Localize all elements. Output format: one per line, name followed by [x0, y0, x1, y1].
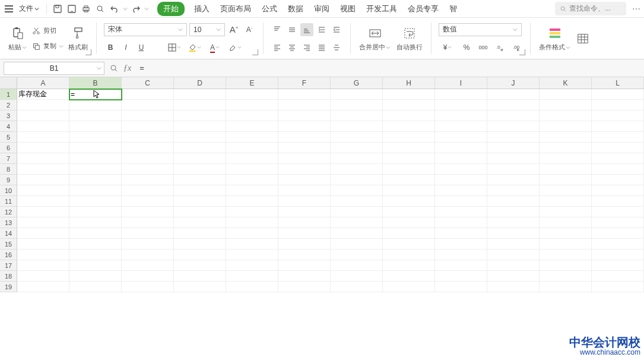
- cell-F8[interactable]: [278, 164, 331, 175]
- cell-C16[interactable]: [122, 250, 174, 260]
- cell-I10[interactable]: [435, 185, 487, 196]
- select-all-corner[interactable]: [0, 77, 17, 89]
- cell-J8[interactable]: [487, 164, 540, 175]
- name-box[interactable]: B1: [4, 62, 104, 75]
- cell-E15[interactable]: [226, 239, 278, 250]
- cut-button[interactable]: 剪切: [31, 25, 64, 37]
- cell-K14[interactable]: [540, 228, 592, 239]
- cell-B2[interactable]: [69, 100, 122, 110]
- cell-C17[interactable]: [122, 260, 174, 271]
- search-box[interactable]: 查找命令、...: [555, 2, 626, 15]
- row-header[interactable]: 4: [0, 121, 17, 132]
- cell-K1[interactable]: [540, 89, 592, 100]
- cell-G19[interactable]: [331, 282, 383, 292]
- cell-G10[interactable]: [331, 185, 383, 196]
- cell-H9[interactable]: [383, 175, 435, 185]
- cell-C18[interactable]: [122, 271, 174, 282]
- cell-G18[interactable]: [331, 271, 383, 282]
- cell-A1[interactable]: 库存现金: [17, 89, 69, 100]
- cell-J15[interactable]: [487, 239, 540, 250]
- cell-J4[interactable]: [487, 121, 540, 132]
- cell-J7[interactable]: [487, 153, 540, 164]
- cell-J18[interactable]: [487, 271, 540, 282]
- column-header-I[interactable]: I: [435, 77, 487, 89]
- cell-K15[interactable]: [540, 239, 592, 250]
- cell-H11[interactable]: [383, 196, 435, 207]
- cell-K12[interactable]: [540, 207, 592, 217]
- tab-developer[interactable]: 开发工具: [365, 1, 398, 17]
- cell-A3[interactable]: [17, 110, 69, 121]
- cell-L19[interactable]: [592, 282, 644, 292]
- cell-K6[interactable]: [540, 143, 592, 153]
- cell-I11[interactable]: [435, 196, 487, 207]
- cell-K19[interactable]: [540, 282, 592, 292]
- cell-J19[interactable]: [487, 282, 540, 292]
- cell-L11[interactable]: [592, 196, 644, 207]
- cell-G3[interactable]: [331, 110, 383, 121]
- save-as-icon[interactable]: [66, 3, 78, 15]
- cell-J6[interactable]: [487, 143, 540, 153]
- cell-D6[interactable]: [174, 143, 226, 153]
- cell-A19[interactable]: [17, 282, 69, 292]
- print-icon[interactable]: [80, 3, 92, 15]
- cell-F1[interactable]: [278, 89, 331, 100]
- row-header[interactable]: 15: [0, 239, 17, 250]
- cell-G17[interactable]: [331, 260, 383, 271]
- row-header[interactable]: 6: [0, 143, 17, 153]
- cell-A10[interactable]: [17, 185, 69, 196]
- align-top-button[interactable]: [271, 23, 284, 36]
- cell-E2[interactable]: [226, 100, 278, 110]
- row-header[interactable]: 11: [0, 196, 17, 207]
- cell-L18[interactable]: [592, 271, 644, 282]
- cell-H13[interactable]: [383, 217, 435, 228]
- cell-I4[interactable]: [435, 121, 487, 132]
- row-header[interactable]: 7: [0, 153, 17, 164]
- cell-C4[interactable]: [122, 121, 174, 132]
- cell-H7[interactable]: [383, 153, 435, 164]
- clear-format-button[interactable]: [226, 41, 244, 54]
- cell-B9[interactable]: [69, 175, 122, 185]
- justify-button[interactable]: [315, 41, 328, 54]
- cell-I13[interactable]: [435, 217, 487, 228]
- cell-F10[interactable]: [278, 185, 331, 196]
- cell-B16[interactable]: [69, 250, 122, 260]
- currency-button[interactable]: ¥: [439, 41, 456, 54]
- cell-E4[interactable]: [226, 121, 278, 132]
- redo-dropdown-icon[interactable]: [144, 7, 149, 11]
- cell-D4[interactable]: [174, 121, 226, 132]
- cell-B11[interactable]: [69, 196, 122, 207]
- table-style-button[interactable]: [575, 29, 591, 48]
- cell-B12[interactable]: [69, 207, 122, 217]
- cell-F11[interactable]: [278, 196, 331, 207]
- cell-C15[interactable]: [122, 239, 174, 250]
- row-header[interactable]: 16: [0, 250, 17, 260]
- cell-D11[interactable]: [174, 196, 226, 207]
- formula-input[interactable]: [136, 62, 640, 75]
- cell-D9[interactable]: [174, 175, 226, 185]
- cell-J1[interactable]: [487, 89, 540, 100]
- cell-G7[interactable]: [331, 153, 383, 164]
- cell-C19[interactable]: [122, 282, 174, 292]
- wrap-text-button[interactable]: 自动换行: [395, 24, 424, 53]
- cell-C1[interactable]: [122, 89, 174, 100]
- cell-B15[interactable]: [69, 239, 122, 250]
- redo-icon[interactable]: [130, 3, 142, 15]
- cell-L5[interactable]: [592, 132, 644, 143]
- cell-K5[interactable]: [540, 132, 592, 143]
- cell-E3[interactable]: [226, 110, 278, 121]
- cell-D18[interactable]: [174, 271, 226, 282]
- shrink-font-button[interactable]: A-: [243, 23, 256, 36]
- fx-icon[interactable]: ƒx: [123, 64, 131, 73]
- align-center-button[interactable]: [285, 41, 299, 54]
- cell-K8[interactable]: [540, 164, 592, 175]
- cell-A16[interactable]: [17, 250, 69, 260]
- cell-H17[interactable]: [383, 260, 435, 271]
- cell-G8[interactable]: [331, 164, 383, 175]
- cell-H2[interactable]: [383, 100, 435, 110]
- more-icon[interactable]: ⋯: [632, 4, 640, 14]
- cell-D17[interactable]: [174, 260, 226, 271]
- cell-K18[interactable]: [540, 271, 592, 282]
- cell-I3[interactable]: [435, 110, 487, 121]
- cell-K10[interactable]: [540, 185, 592, 196]
- cell-I9[interactable]: [435, 175, 487, 185]
